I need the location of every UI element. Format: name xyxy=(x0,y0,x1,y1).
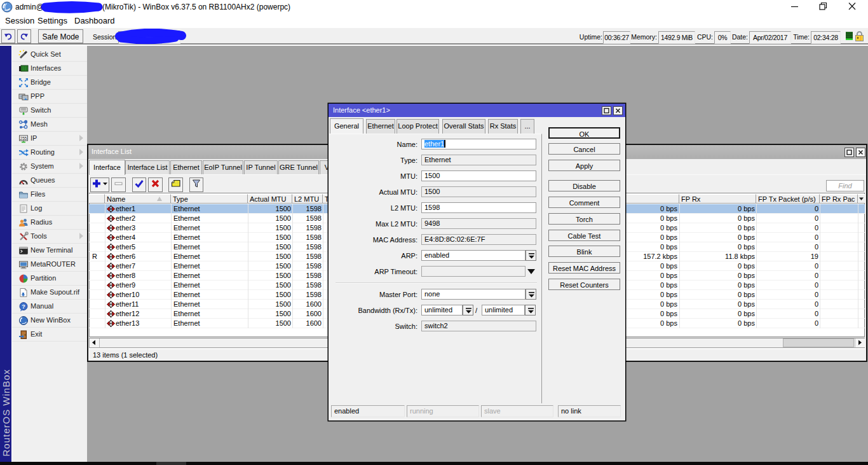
svg-text:?: ? xyxy=(22,303,25,310)
svg-text:255: 255 xyxy=(20,136,27,141)
